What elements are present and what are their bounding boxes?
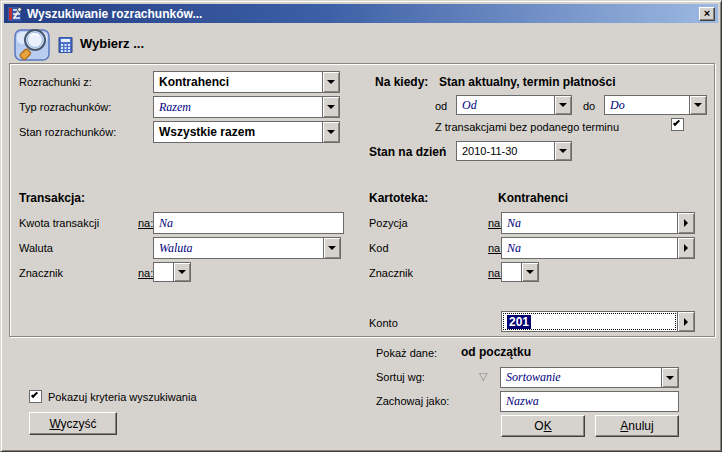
- transakcja-section-title: Transakcja:: [19, 191, 85, 205]
- chevron-down-icon: [327, 80, 335, 84]
- do-date-select[interactable]: Do: [604, 95, 707, 115]
- znacznik-transakcja-na-link[interactable]: na:: [138, 267, 153, 279]
- chevron-down-icon: [327, 130, 335, 134]
- znacznik-kartoteka-label: Znacznik: [369, 267, 413, 279]
- waluta-value: Waluta: [159, 241, 193, 256]
- sortuj-wg-select[interactable]: Sortowanie: [500, 367, 679, 388]
- stan-rozrachunkow-dropdown-button[interactable]: [323, 121, 340, 143]
- bez-terminu-checkbox[interactable]: [671, 118, 684, 131]
- button-hotkey: K: [544, 419, 552, 433]
- kwota-na-link[interactable]: na:: [138, 217, 153, 229]
- konto-input[interactable]: 201: [501, 311, 695, 332]
- chevron-right-icon: [684, 244, 688, 252]
- stan-na-dzien-dropdown-button[interactable]: [555, 141, 572, 161]
- znacznik-transakcja-label: Znacznik: [19, 267, 63, 279]
- search-magnifier-icon: [14, 27, 52, 61]
- stan-na-dzien-value: 2010-11-30: [462, 145, 517, 157]
- chevron-down-icon: [526, 270, 534, 274]
- anuluj-button[interactable]: Anuluj: [595, 415, 679, 437]
- title-bar: Wyszukiwanie rozrachunków... ×: [4, 4, 718, 23]
- button-hotkey: W: [49, 417, 60, 431]
- page-title: Wybierz ...: [80, 36, 144, 51]
- do-date-value: Do: [610, 98, 625, 113]
- na-kiedy-value: Stan aktualny, termin płatności: [439, 75, 615, 89]
- stan-rozrachunkow-select[interactable]: Wszystkie razem: [153, 121, 340, 143]
- znacznik-transakcja-select[interactable]: [153, 262, 191, 282]
- zachowaj-jako-label: Zachowaj jako:: [376, 395, 449, 407]
- kartoteka-subtitle: Kontrahenci: [498, 191, 568, 205]
- bez-terminu-label: Z transakcjami bez podanego terminu: [435, 121, 619, 133]
- check-icon: [31, 391, 38, 398]
- stan-na-dzien-label: Stan na dzień: [369, 145, 446, 159]
- znacznik-transakcja-dropdown-button[interactable]: [174, 262, 191, 282]
- sortuj-wg-label: Sortuj wg:: [376, 371, 425, 383]
- pokaz-dane-value: od początku: [461, 345, 531, 359]
- stan-rozrachunkow-value: Wszystkie razem: [159, 125, 255, 139]
- rozrachunki-z-label: Rozrachunki z:: [19, 76, 92, 88]
- rozrachunki-z-select[interactable]: Kontrahenci: [153, 71, 340, 93]
- od-date-select[interactable]: Od: [456, 95, 572, 115]
- rozrachunki-z-dropdown-button[interactable]: [323, 71, 340, 93]
- app-icon: [7, 6, 23, 22]
- konto-value: 201: [507, 315, 531, 329]
- pokaz-dane-label: Pokaż dane:: [376, 347, 437, 359]
- pozycja-value: Na: [507, 216, 521, 231]
- dialog-window: Wyszukiwanie rozrachunków... × Wybierz .…: [0, 0, 722, 452]
- chevron-down-icon: [328, 246, 336, 250]
- na-kiedy-label: Na kiedy:: [375, 75, 428, 89]
- kwota-transakcji-input[interactable]: Na: [153, 212, 344, 234]
- pokazuj-kryteria-label: Pokazuj kryteria wyszukiwania: [48, 391, 197, 403]
- window-title: Wyszukiwanie rozrachunków...: [23, 7, 202, 21]
- zachowaj-jako-input[interactable]: Nazwa: [500, 391, 679, 412]
- sort-direction-icon[interactable]: ▽: [479, 370, 487, 383]
- chevron-down-icon: [559, 149, 567, 153]
- chevron-down-icon: [559, 103, 567, 107]
- chevron-down-icon: [178, 270, 186, 274]
- od-dropdown-button[interactable]: [555, 95, 572, 115]
- chevron-down-icon: [694, 103, 702, 107]
- pozycja-picker-button[interactable]: [678, 212, 695, 234]
- waluta-select[interactable]: Waluta: [153, 237, 341, 259]
- do-label: do: [583, 100, 595, 112]
- chevron-right-icon: [684, 219, 688, 227]
- calculator-icon: [58, 37, 74, 53]
- od-label: od: [435, 100, 447, 112]
- close-icon: ×: [704, 7, 710, 19]
- sortuj-wg-dropdown-button[interactable]: [662, 367, 679, 388]
- chevron-down-icon: [327, 105, 335, 109]
- wyczysc-button[interactable]: Wyczyść: [29, 412, 117, 435]
- close-button[interactable]: ×: [699, 7, 715, 21]
- chevron-down-icon: [666, 376, 674, 380]
- od-date-value: Od: [462, 98, 477, 113]
- zachowaj-jako-value: Nazwa: [506, 394, 539, 409]
- stan-rozrachunkow-label: Stan rozrachunków:: [19, 126, 116, 138]
- kwota-transakcji-label: Kwota transakcji: [19, 217, 99, 229]
- button-label: yczyść: [61, 417, 97, 431]
- waluta-dropdown-button[interactable]: [324, 237, 341, 259]
- konto-picker-button[interactable]: [678, 311, 695, 332]
- kod-input[interactable]: Na: [501, 237, 695, 259]
- pozycja-input[interactable]: Na: [501, 212, 695, 234]
- konto-label: Konto: [369, 317, 398, 329]
- button-label: nuluj: [628, 419, 653, 433]
- typ-rozrachunkow-value: Razem: [159, 100, 191, 115]
- typ-rozrachunkow-select[interactable]: Razem: [153, 96, 340, 118]
- kod-label: Kod: [369, 242, 389, 254]
- typ-rozrachunkow-dropdown-button[interactable]: [323, 96, 340, 118]
- check-icon: [673, 119, 680, 126]
- kod-picker-button[interactable]: [678, 237, 695, 259]
- typ-rozrachunkow-label: Typ rozrachunków:: [19, 101, 111, 113]
- do-dropdown-button[interactable]: [690, 95, 707, 115]
- znacznik-kartoteka-select[interactable]: [501, 262, 539, 282]
- znacznik-kartoteka-dropdown-button[interactable]: [522, 262, 539, 282]
- stan-na-dzien-select[interactable]: 2010-11-30: [456, 141, 572, 161]
- button-label: O: [534, 419, 543, 433]
- ok-button[interactable]: OK: [501, 415, 585, 437]
- pozycja-label: Pozycja: [369, 217, 408, 229]
- pokazuj-kryteria-checkbox[interactable]: [29, 390, 42, 403]
- sortuj-wg-value: Sortowanie: [506, 370, 561, 385]
- kartoteka-section-title: Kartoteka:: [369, 191, 428, 205]
- kod-value: Na: [507, 241, 521, 256]
- chevron-right-icon: [684, 318, 688, 326]
- waluta-label: Waluta: [19, 242, 53, 254]
